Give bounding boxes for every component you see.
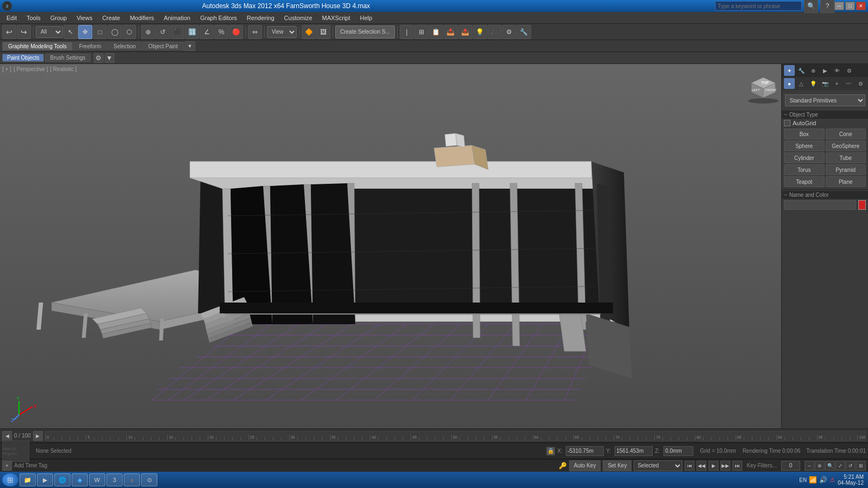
motion-panel-icon[interactable]: ▶ <box>820 65 831 76</box>
taskbar-app-1[interactable]: ◆ <box>72 473 88 486</box>
graphite-settings-btn[interactable]: ▼ <box>184 41 195 51</box>
setkey-button[interactable]: Set Key <box>603 460 631 471</box>
tb-icon-6[interactable]: 💡 <box>473 25 487 39</box>
minimize-button[interactable]: ─ <box>834 2 844 10</box>
selected-dropdown[interactable]: Selected <box>634 460 682 471</box>
taskbar-app-chrome[interactable]: ⊙ <box>141 473 157 486</box>
menu-tools[interactable]: Tools <box>22 14 45 22</box>
viewport[interactable]: [ + ] [ Perspective ] [ Realistic ] TOP <box>0 64 781 428</box>
spacewarps-subpanel-icon[interactable]: 〰 <box>843 78 854 89</box>
search-button[interactable]: 🔍 <box>804 0 818 13</box>
selection-filter-dropdown[interactable]: All <box>36 26 63 38</box>
cylinder-button[interactable]: Cylinder <box>784 152 825 163</box>
menu-rendering[interactable]: Rendering <box>242 14 279 22</box>
nav-btn-2[interactable]: ⊕ <box>815 461 825 471</box>
sub-tb-icon-1[interactable]: ⚙ <box>94 53 104 63</box>
name-color-header[interactable]: ─ Name and Color <box>782 191 868 199</box>
cameras-subpanel-icon[interactable]: 📷 <box>820 78 831 89</box>
viewport-cube[interactable]: TOP LEFT FRONT <box>746 69 776 99</box>
paint-objects-tab[interactable]: Paint Objects <box>2 54 44 62</box>
object-paint-tab[interactable]: Object Paint <box>142 42 183 50</box>
utilities-panel-icon[interactable]: ⚙ <box>844 65 854 76</box>
sub-tb-icon-2[interactable]: ▼ <box>105 53 114 63</box>
viewport-mode-btn[interactable]: [ Perspective ] <box>14 66 48 72</box>
geometry-subpanel-icon[interactable]: ● <box>784 78 795 89</box>
tb-icon-5[interactable]: 📤 <box>458 25 473 39</box>
primitives-type-dropdown[interactable]: Standard Primitives <box>785 94 865 106</box>
frame-counter-input[interactable] <box>781 461 800 471</box>
menu-edit[interactable]: Edit <box>2 14 21 22</box>
render-setup-btn[interactable]: 🖼 <box>316 25 330 39</box>
freeform-tab[interactable]: Freeform <box>73 42 107 50</box>
sphere-button[interactable]: Sphere <box>784 140 825 151</box>
pyramid-button[interactable]: Pyramid <box>826 164 866 175</box>
select-region3-btn[interactable]: ⬡ <box>122 25 136 39</box>
box-button[interactable]: Box <box>784 129 825 139</box>
taskbar-app-3ds[interactable]: 3 <box>106 473 123 486</box>
close-button[interactable]: ✕ <box>856 2 866 10</box>
nav-btn-3[interactable]: 🔍 <box>825 461 835 471</box>
tb-icon-8[interactable]: ⚙ <box>502 25 516 39</box>
taskbar-app-explorer[interactable]: 📁 <box>20 473 36 486</box>
view-dropdown[interactable]: View <box>267 26 297 38</box>
help-button[interactable]: ? <box>820 0 834 13</box>
viewport-shading-btn[interactable]: [ Realistic ] <box>50 66 76 72</box>
tb-icon-1[interactable]: | <box>400 25 414 39</box>
3d-scene[interactable] <box>0 64 781 428</box>
menu-animation[interactable]: Animation <box>159 14 195 22</box>
object-name-input[interactable] <box>784 200 856 210</box>
shapes-subpanel-icon[interactable]: △ <box>796 78 807 89</box>
redo-button[interactable]: ↪ <box>17 25 31 39</box>
mirror-btn[interactable]: ⇔ <box>248 25 262 39</box>
frame-fwd-button[interactable]: ▶ <box>33 431 43 441</box>
menu-customize[interactable]: Customize <box>280 14 317 22</box>
create-panel-icon[interactable]: ✦ <box>784 65 795 76</box>
select-region-btn[interactable]: □ <box>93 25 107 39</box>
tb-icon-7[interactable]: 🎥 <box>488 25 502 39</box>
graphite-main-tab[interactable]: Graphite Modeling Tools <box>2 42 73 50</box>
move-btn[interactable]: ⊕ <box>141 25 155 39</box>
material-editor-btn[interactable]: 🔶 <box>302 25 316 39</box>
select-object-btn[interactable]: ↖ <box>63 25 78 39</box>
teapot-button[interactable]: Teapot <box>784 176 825 187</box>
plane-button[interactable]: Plane <box>826 176 866 187</box>
cone-button[interactable]: Cone <box>826 129 866 139</box>
animation-bar[interactable]: 0 5 10 15 20 25 <box>45 431 866 441</box>
create-selection-button[interactable]: Create Selection S... <box>335 25 395 38</box>
scale-btn[interactable]: ⬛ <box>170 25 184 39</box>
transport-play-btn[interactable]: ▶ <box>709 461 718 471</box>
lock-button[interactable]: 🔒 <box>546 447 555 455</box>
start-button[interactable]: ⊞ <box>2 473 18 486</box>
menu-group[interactable]: Group <box>46 14 72 22</box>
tb-icon-3[interactable]: 📋 <box>429 25 443 39</box>
tb-icon-4[interactable]: 📥 <box>444 25 458 39</box>
spinner-snap-btn[interactable]: 🔴 <box>229 25 243 39</box>
tube-button[interactable]: Tube <box>826 152 866 163</box>
tb-icon-9[interactable]: 🔧 <box>517 25 531 39</box>
transport-prevkey-btn[interactable]: ◀◀ <box>697 461 706 471</box>
add-time-tag-button[interactable]: + <box>2 461 12 471</box>
nav-btn-1[interactable]: ↔ <box>805 461 814 471</box>
menu-maxscript[interactable]: MAXScript <box>318 14 355 22</box>
select-region2-btn[interactable]: ◯ <box>107 25 122 39</box>
z-coord-input[interactable] <box>663 446 693 456</box>
helpers-subpanel-icon[interactable]: + <box>831 78 842 89</box>
taskbar-app-music[interactable]: ♪ <box>124 473 140 486</box>
nav-btn-4[interactable]: ⤢ <box>835 461 845 471</box>
percent-snap-btn[interactable]: % <box>214 25 228 39</box>
transport-prev-btn[interactable]: ⏮ <box>685 461 694 471</box>
autogrid-checkbox[interactable] <box>784 120 790 126</box>
snap-toggle-btn[interactable]: 🔢 <box>185 25 199 39</box>
menu-graph-editors[interactable]: Graph Editors <box>196 14 241 22</box>
undo-button[interactable]: ↩ <box>2 25 16 39</box>
restore-button[interactable]: □ <box>845 2 855 10</box>
viewport-nav-btn[interactable]: [ + ] <box>2 66 11 72</box>
taskbar-app-firefox[interactable]: 🌐 <box>54 473 71 486</box>
object-type-header[interactable]: ─ Object Type <box>782 111 868 119</box>
torus-button[interactable]: Torus <box>784 164 825 175</box>
frame-back-button[interactable]: ◀ <box>2 431 12 441</box>
y-coord-input[interactable] <box>615 446 653 456</box>
tb-icon-2[interactable]: ⊞ <box>414 25 429 39</box>
angle-snap-btn[interactable]: ∠ <box>200 25 214 39</box>
selection-tab[interactable]: Selection <box>107 42 142 50</box>
